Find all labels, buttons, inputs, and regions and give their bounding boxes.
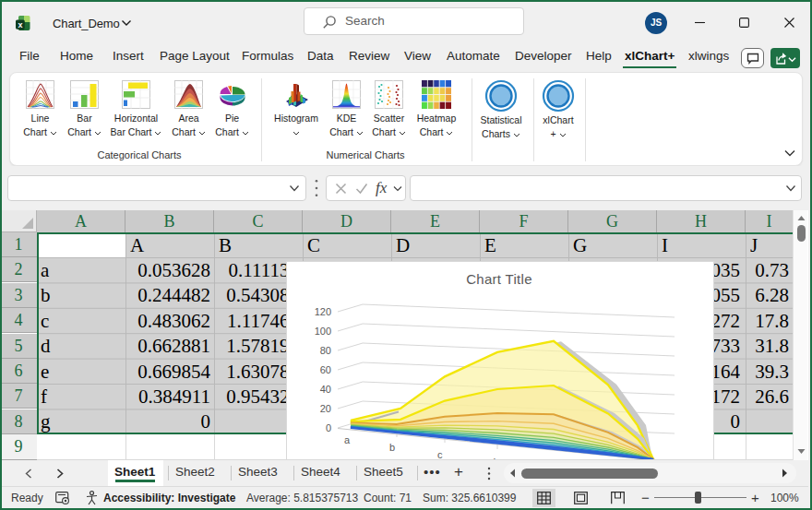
svg-text:0: 0 — [326, 422, 331, 433]
svg-text:120: 120 — [315, 306, 331, 317]
svg-text:80: 80 — [320, 345, 331, 356]
svg-text:b: b — [389, 442, 395, 453]
svg-text:c: c — [437, 449, 443, 459]
svg-text:100: 100 — [315, 326, 331, 337]
svg-text:40: 40 — [320, 384, 331, 395]
svg-text:Chart Title: Chart Title — [466, 271, 532, 287]
svg-text:d: d — [490, 457, 496, 459]
svg-text:a: a — [344, 434, 351, 445]
svg-text:20: 20 — [320, 403, 331, 414]
svg-text:60: 60 — [320, 364, 331, 375]
svg-text:x: x — [18, 20, 22, 30]
